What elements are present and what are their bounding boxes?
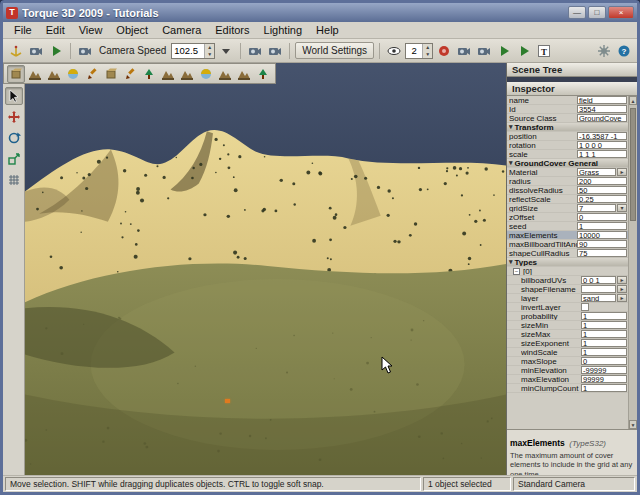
inspector-scrollbar[interactable]: ▲ ▼ <box>628 96 637 429</box>
menu-view[interactable]: View <box>72 23 110 37</box>
section-header-transform[interactable]: ▾Transform <box>507 123 628 132</box>
property-row-gridsize[interactable]: gridSize7▾ <box>507 204 628 213</box>
menu-edit[interactable]: Edit <box>39 23 72 37</box>
selected-object-marker[interactable] <box>225 399 230 403</box>
scale-tool-icon[interactable] <box>5 150 23 168</box>
menu-object[interactable]: Object <box>109 23 155 37</box>
terrain-painter-icon[interactable] <box>45 65 63 83</box>
property-row-dissolveradius[interactable]: dissolveRadius50 <box>507 186 628 195</box>
player-count-spin-buttons[interactable]: ▲▼ <box>422 44 432 58</box>
property-value-input[interactable]: Grass <box>577 168 616 176</box>
play-icon[interactable] <box>47 42 65 60</box>
property-row-zoffset[interactable]: zOffset0 <box>507 213 628 222</box>
property-row-maxelevation[interactable]: maxElevation99999 <box>507 375 628 384</box>
picker-button[interactable]: ▸ <box>617 168 627 176</box>
spin-down-icon[interactable]: ▼ <box>205 51 214 58</box>
drop-player-icon[interactable] <box>495 42 513 60</box>
property-row-rotation[interactable]: rotation1 0 0 0 <box>507 141 628 150</box>
collapse-icon[interactable]: ▾ <box>509 123 513 131</box>
property-value-input[interactable]: 99999 <box>581 375 627 383</box>
property-row-invertlayer[interactable]: invertLayer <box>507 303 628 312</box>
property-row-probability[interactable]: probability1 <box>507 312 628 321</box>
terrain-editor-icon[interactable] <box>26 65 44 83</box>
close-button[interactable]: × <box>608 6 634 19</box>
property-value-input[interactable]: 75 <box>577 249 627 257</box>
world-settings-button[interactable]: World Settings <box>295 42 374 59</box>
camera-speed-dropdown-icon[interactable] <box>217 42 235 60</box>
property-value-input[interactable]: -99999 <box>581 366 627 374</box>
property-value-input[interactable]: 1 <box>577 222 627 230</box>
spin-up-icon[interactable]: ▲ <box>205 44 214 51</box>
spin-up-icon[interactable]: ▲ <box>423 44 432 51</box>
camera-drop-icon[interactable] <box>246 42 264 60</box>
property-value-input[interactable]: 3554 <box>577 105 627 113</box>
snap-grid-icon[interactable] <box>5 171 23 189</box>
menu-file[interactable]: File <box>7 23 39 37</box>
menu-lighting[interactable]: Lighting <box>257 23 310 37</box>
property-value-input[interactable]: 1 1 1 <box>577 150 627 158</box>
property-row-reflectscale[interactable]: reflectScale0.25 <box>507 195 628 204</box>
record-camera-icon[interactable] <box>435 42 453 60</box>
property-value-input[interactable]: 1 0 0 0 <box>577 141 627 149</box>
property-value-input[interactable]: 1 <box>581 348 627 356</box>
camera-view-icon[interactable] <box>27 42 45 60</box>
scroll-down-icon[interactable]: ▼ <box>629 420 637 429</box>
property-value-input[interactable]: 200 <box>577 177 627 185</box>
visibility-icon[interactable] <box>385 42 403 60</box>
property-value-input[interactable]: 7 <box>577 204 616 212</box>
help-icon[interactable]: ? <box>615 42 633 60</box>
property-row-maxbillboardtiltangle[interactable]: maxBillboardTiltAngle90 <box>507 240 628 249</box>
property-row-minelevation[interactable]: minElevation-99999 <box>507 366 628 375</box>
dropdown-arrow-icon[interactable]: ▾ <box>617 204 627 212</box>
title-bar[interactable]: T Torque 3D 2009 - Tutorials —□× <box>3 3 637 22</box>
maximize-button[interactable]: □ <box>588 6 606 19</box>
mission-area-editor-icon[interactable] <box>178 65 196 83</box>
property-row-seed[interactable]: seed1 <box>507 222 628 231</box>
minimize-button[interactable]: — <box>568 6 586 19</box>
road-editor-icon[interactable] <box>235 65 253 83</box>
collapse-icon[interactable]: ▾ <box>509 258 513 266</box>
scrollbar-thumb[interactable] <box>630 108 636 221</box>
shape-editor-icon[interactable] <box>254 65 272 83</box>
property-row-minclumpcount[interactable]: minClumpCount1 <box>507 384 628 393</box>
forest-editor-icon[interactable] <box>140 65 158 83</box>
scene-tree-header[interactable]: Scene Tree <box>507 63 637 77</box>
scroll-up-icon[interactable]: ▲ <box>629 96 637 105</box>
menu-help[interactable]: Help <box>309 23 346 37</box>
property-row-maxelements[interactable]: maxElements10000 <box>507 231 628 240</box>
property-row-name[interactable]: namefield <box>507 96 628 105</box>
property-value-input[interactable]: 0 <box>577 213 627 221</box>
property-value-input[interactable]: sand <box>581 294 616 302</box>
property-value-input[interactable]: field <box>577 96 627 104</box>
property-row-scale[interactable]: scale1 1 1 <box>507 150 628 159</box>
camera-reset-icon[interactable] <box>266 42 284 60</box>
orbit-camera-icon[interactable] <box>455 42 473 60</box>
property-row-layer[interactable]: layersand▸ <box>507 294 628 303</box>
property-value-input[interactable]: 1 <box>581 330 627 338</box>
sketch-tool-icon[interactable] <box>83 65 101 83</box>
property-row-sizemin[interactable]: sizeMin1 <box>507 321 628 330</box>
property-value-input[interactable]: 1 <box>581 312 627 320</box>
property-row-windscale[interactable]: windScale1 <box>507 348 628 357</box>
rotate-tool-icon[interactable] <box>5 129 23 147</box>
property-row-source-class[interactable]: Source ClassGroundCove <box>507 114 628 123</box>
camera-icon[interactable] <box>76 42 94 60</box>
property-row-radius[interactable]: radius200 <box>507 177 628 186</box>
property-value-input[interactable]: -16.3587 -1 <box>577 132 627 140</box>
property-row-billboarduvs[interactable]: billboardUVs0 0 1▸ <box>507 276 628 285</box>
decal-editor-icon[interactable] <box>121 65 139 83</box>
spin-down-icon[interactable]: ▼ <box>423 51 432 58</box>
text-tool-icon[interactable]: T <box>535 42 553 60</box>
editor-settings-icon[interactable] <box>595 42 613 60</box>
collapse-icon[interactable]: − <box>513 268 520 275</box>
property-value-input[interactable]: 0.25 <box>577 195 627 203</box>
property-value-input[interactable]: 0 0 1 <box>581 276 616 284</box>
checkbox[interactable] <box>581 303 589 311</box>
menu-camera[interactable]: Camera <box>155 23 208 37</box>
camera-speed-input[interactable] <box>172 44 204 58</box>
menu-editors[interactable]: Editors <box>208 23 256 37</box>
property-row-id[interactable]: Id3554 <box>507 105 628 114</box>
property-value-input[interactable]: 1 <box>581 339 627 347</box>
material-editor-icon[interactable] <box>64 65 82 83</box>
viewport[interactable] <box>25 63 506 475</box>
